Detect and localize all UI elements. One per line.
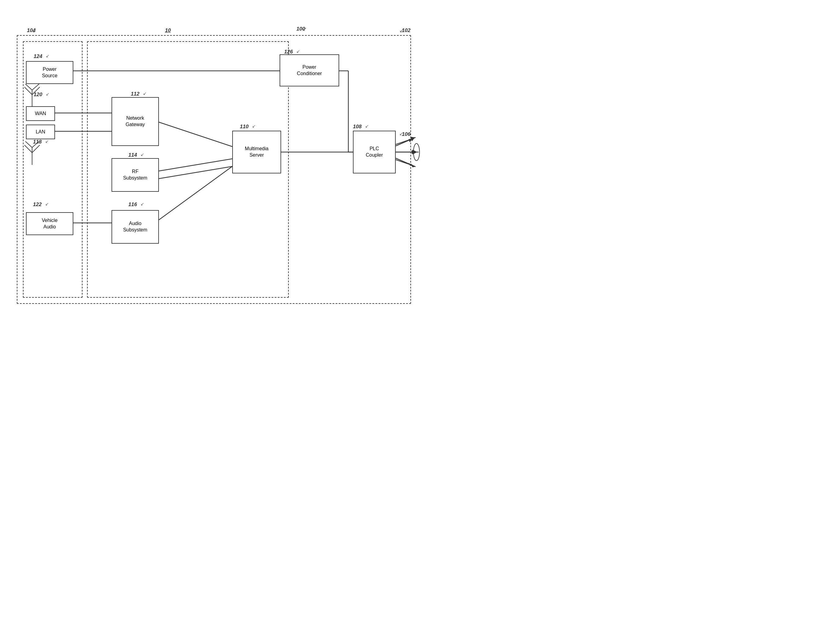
svg-line-27 (26, 84, 32, 90)
power-conditioner-label: PowerConditioner (297, 64, 322, 77)
wan-antenna-icon (24, 82, 41, 99)
multimedia-server-box: MultimediaServer (232, 131, 281, 173)
lan-label: LAN (36, 129, 45, 135)
power-source-label: PowerSource (42, 66, 58, 79)
plc-output-icon (396, 137, 420, 170)
rf-subsystem-label: RFSubsystem (123, 168, 147, 181)
diagram-container: 104 ↙ 10 100 ↙ 102 ↙ 124 ↙ 120 ↙ 118 ↙ 1… (0, 0, 420, 320)
audio-subsystem-label: AudioSubsystem (123, 221, 147, 233)
ref-110: 110 (240, 124, 248, 130)
power-source-box: PowerSource (26, 61, 73, 84)
svg-line-34 (396, 160, 411, 165)
ref-10: 10 (165, 27, 171, 34)
svg-line-31 (32, 141, 39, 147)
wan-box: WAN (26, 106, 55, 121)
vehicle-audio-label: VehicleAudio (42, 218, 58, 230)
ref-112: 112 (131, 91, 139, 97)
svg-marker-35 (409, 138, 412, 142)
network-gateway-label: NetworkGateway (126, 115, 145, 128)
plc-coupler-box: PLCCoupler (353, 131, 396, 173)
ref-108: 108 (353, 124, 361, 130)
ref-126: 126 (284, 49, 293, 55)
svg-line-32 (396, 139, 411, 144)
svg-line-28 (32, 84, 39, 90)
rf-subsystem-box: RFSubsystem (112, 158, 159, 192)
ref-106: 106 (402, 131, 410, 138)
ref-114: 114 (128, 152, 137, 158)
wan-label: WAN (35, 110, 46, 117)
network-gateway-box: NetworkGateway (112, 97, 159, 146)
lan-box: LAN (26, 125, 55, 139)
ref-116: 116 (128, 202, 137, 208)
multimedia-server-label: MultimediaServer (245, 146, 268, 158)
lan-antenna-icon (24, 140, 41, 157)
ref-124: 124 (34, 53, 42, 59)
ref-122: 122 (33, 202, 42, 208)
svg-line-30 (26, 141, 32, 147)
power-conditioner-box: PowerConditioner (280, 54, 339, 86)
plc-coupler-label: PLCCoupler (366, 146, 383, 158)
vehicle-audio-box: VehicleAudio (26, 212, 73, 235)
audio-subsystem-box: AudioSubsystem (112, 210, 159, 244)
